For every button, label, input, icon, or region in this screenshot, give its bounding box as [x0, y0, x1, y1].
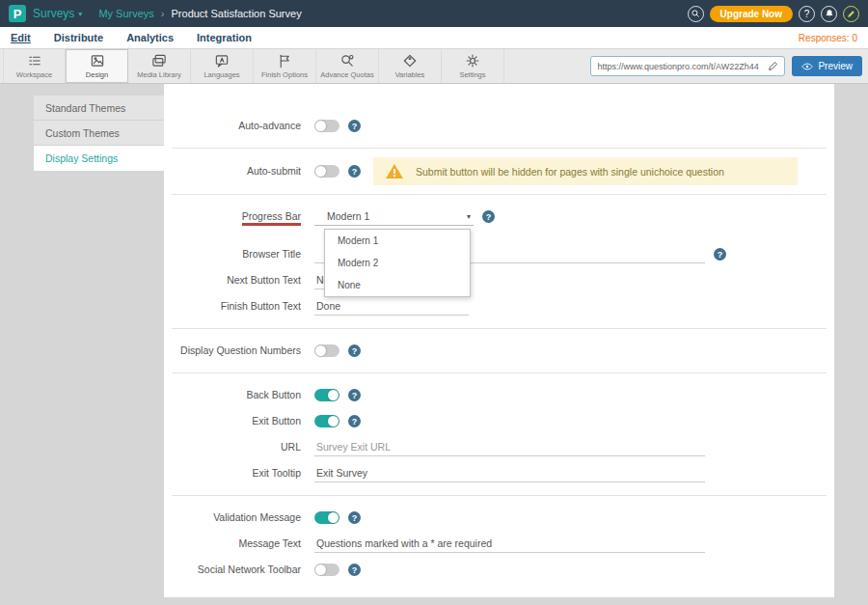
setting-row-back-button: Back Button ? — [164, 382, 834, 408]
toolbar-item-workspace[interactable]: Workspace — [3, 49, 66, 83]
preview-button-label: Preview — [818, 61, 853, 71]
settings-icon — [465, 53, 480, 69]
progress-option-none[interactable]: None — [325, 274, 470, 296]
display-question-numbers-help-icon[interactable]: ? — [348, 344, 361, 357]
toolbar-right: Preview — [590, 49, 865, 83]
survey-url-input[interactable] — [597, 62, 763, 71]
toolbar-item-label: Workspace — [16, 70, 52, 79]
preview-button[interactable]: Preview — [792, 56, 862, 76]
sidebar-item-custom-themes[interactable]: Custom Themes — [34, 121, 164, 146]
exit-tooltip-input[interactable] — [314, 464, 705, 482]
survey-url-box — [590, 56, 785, 76]
toggle-knob — [315, 564, 326, 575]
validation-message-help-icon[interactable]: ? — [348, 511, 361, 524]
setting-row-exit-tooltip: Exit Tooltip — [164, 460, 834, 486]
social-network-toolbar-label: Social Network Toolbar — [164, 564, 301, 576]
progress-option-modern-1[interactable]: Modern 1 — [325, 230, 470, 252]
breadcrumb-my-surveys[interactable]: My Surveys — [98, 8, 153, 19]
toggle-knob — [315, 121, 326, 131]
warning-triangle-icon — [385, 163, 404, 179]
toolbar-item-languages[interactable]: Languages — [191, 49, 254, 83]
progress-bar-select[interactable]: Modern 1 ▾ — [314, 207, 474, 226]
back-button-toggle[interactable] — [314, 389, 339, 401]
toolbar-item-label: Advance Quotas — [320, 70, 373, 79]
finish-options-icon — [277, 53, 292, 69]
auto-advance-label: Auto-advance — [164, 120, 301, 132]
auto-submit-toggle[interactable] — [314, 165, 339, 178]
progress-bar-dropdown-menu: Modern 1 Modern 2 None — [324, 229, 471, 297]
message-text-input[interactable] — [314, 535, 705, 553]
exit-button-toggle[interactable] — [314, 415, 339, 427]
question-icon: ? — [804, 9, 810, 19]
message-text-label: Message Text — [164, 537, 301, 550]
toolbar-item-finish-options[interactable]: Finish Options — [254, 49, 316, 83]
toolbar-item-label: Finish Options — [261, 70, 308, 79]
exit-url-input[interactable] — [314, 438, 705, 456]
toolbar-item-label: Variables — [395, 70, 425, 79]
questionpro-logo[interactable]: P — [9, 5, 26, 22]
breadcrumb-separator-icon: › — [161, 8, 165, 19]
design-icon — [90, 53, 105, 69]
toggle-knob — [328, 416, 339, 426]
validation-message-toggle[interactable] — [314, 511, 339, 524]
progress-option-modern-2[interactable]: Modern 2 — [325, 252, 470, 274]
auto-submit-warning: Submit button will be hidden for pages w… — [373, 157, 798, 185]
nav-tab-integration[interactable]: Integration — [197, 32, 252, 43]
app-window: P Surveys ▾ My Surveys › Product Satisfa… — [0, 0, 868, 605]
progress-bar-select-wrap: Modern 1 ▾ Modern 1 Modern 2 None — [314, 207, 474, 226]
toolbar-item-label: Languages — [203, 70, 239, 79]
responses-count[interactable]: Responses: 0 — [799, 33, 857, 43]
toolbar-item-settings[interactable]: Settings — [442, 49, 504, 83]
help-center-button[interactable]: ? — [799, 6, 815, 22]
setting-row-next-button-text: Next Button Text — [164, 267, 834, 293]
topbar-left: P Surveys ▾ My Surveys › Product Satisfa… — [9, 5, 302, 22]
bell-icon — [825, 9, 834, 18]
notifications-button[interactable] — [821, 6, 837, 22]
toggle-knob — [315, 345, 326, 356]
toolbar-item-media-library[interactable]: Media Library — [128, 49, 191, 83]
next-button-text-label: Next Button Text — [164, 274, 301, 287]
subnav-links: Edit Distribute Analytics Integration — [11, 32, 252, 43]
edit-url-pencil-icon[interactable] — [768, 61, 778, 71]
edit-mode-button[interactable] — [843, 6, 859, 22]
search-button[interactable] — [688, 6, 704, 22]
setting-row-finish-button-text: Finish Button Text — [164, 293, 834, 319]
toolbar-item-label: Settings — [459, 70, 485, 79]
finish-button-text-input[interactable] — [314, 297, 469, 316]
browser-title-help-icon[interactable]: ? — [714, 248, 726, 261]
divider — [172, 148, 827, 149]
toolbar-item-advance-quotas[interactable]: Advance Quotas — [316, 49, 379, 83]
setting-row-message-text: Message Text — [164, 531, 834, 557]
search-icon — [691, 9, 700, 18]
setting-row-auto-advance: Auto-advance ? — [164, 113, 834, 139]
social-network-toolbar-help-icon[interactable]: ? — [348, 564, 361, 576]
exit-button-help-icon[interactable]: ? — [348, 415, 361, 427]
breadcrumb-current: Product Satisfaction Survey — [172, 8, 302, 19]
toolbar-item-label: Design — [86, 70, 108, 79]
auto-advance-toggle[interactable] — [314, 120, 339, 132]
toolbar-item-variables[interactable]: Variables — [379, 49, 442, 83]
nav-tab-edit[interactable]: Edit — [11, 32, 31, 43]
advance-quotas-icon — [339, 53, 355, 69]
nav-tab-analytics[interactable]: Analytics — [126, 32, 174, 43]
select-caret-icon: ▾ — [467, 212, 471, 221]
upgrade-now-button[interactable]: Upgrade Now — [710, 6, 793, 22]
surveys-menu[interactable]: Surveys ▾ — [33, 7, 82, 20]
validation-message-label: Validation Message — [164, 511, 301, 524]
body-area: Standard Themes Custom Themes Display Se… — [0, 84, 868, 605]
toggle-knob — [328, 390, 339, 400]
auto-advance-help-icon[interactable]: ? — [348, 120, 361, 132]
progress-bar-label: Progress Bar — [164, 210, 301, 223]
auto-submit-help-icon[interactable]: ? — [348, 165, 361, 178]
setting-row-social-network-toolbar: Social Network Toolbar ? — [164, 557, 834, 583]
sidebar-item-standard-themes[interactable]: Standard Themes — [34, 96, 164, 121]
back-button-label: Back Button — [164, 389, 301, 401]
social-network-toolbar-toggle[interactable] — [314, 564, 339, 576]
toolbar-item-design[interactable]: Design — [66, 49, 128, 83]
languages-icon — [214, 53, 230, 69]
back-button-help-icon[interactable]: ? — [348, 389, 361, 401]
progress-bar-help-icon[interactable]: ? — [482, 210, 495, 223]
sidebar-item-display-settings[interactable]: Display Settings — [34, 146, 164, 171]
nav-tab-distribute[interactable]: Distribute — [54, 32, 103, 43]
display-question-numbers-toggle[interactable] — [314, 344, 339, 357]
